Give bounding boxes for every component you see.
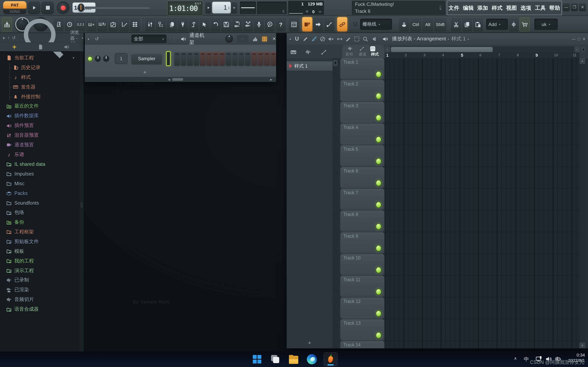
browser-item-23[interactable]: 演示工程: [0, 266, 80, 275]
browser-item-24[interactable]: 已录制: [0, 275, 80, 285]
step-button-15[interactable]: [264, 52, 270, 66]
pattern-scroll-handle[interactable]: [333, 60, 337, 66]
track-name[interactable]: Track 6: [343, 168, 358, 173]
select-tool-icon[interactable]: [354, 36, 360, 42]
playlist-grid[interactable]: [385, 58, 579, 348]
ime-indicator[interactable]: 中: [524, 356, 529, 363]
taskbar-clock[interactable]: 0:34: [577, 353, 585, 358]
copy-button[interactable]: [462, 17, 472, 32]
track-row-9[interactable]: Track 9...: [340, 232, 384, 253]
blend-notes-button[interactable]: [119, 17, 129, 32]
tab-audio-icon[interactable]: [348, 46, 353, 51]
track-options[interactable]: ...: [343, 96, 348, 100]
step-button-3[interactable]: [187, 52, 193, 66]
track-name[interactable]: Track 5: [343, 147, 358, 151]
track-row-8[interactable]: Track 8...: [340, 210, 384, 232]
tab-pattern-icon-selected[interactable]: [370, 46, 375, 51]
step-button-5[interactable]: [200, 52, 206, 66]
window-maximize-button[interactable]: ❐: [571, 3, 578, 11]
timeline-scroll-right-icon[interactable]: ›: [574, 46, 579, 52]
slice-tool-icon[interactable]: [345, 36, 351, 42]
browser-item-18[interactable]: 备份: [0, 217, 80, 227]
browser-item-13[interactable]: Impulses: [0, 169, 80, 179]
snap-grid-dropdown[interactable]: 栅格线▸: [360, 19, 392, 30]
paint-tool-icon[interactable]: [311, 36, 317, 42]
rack-swing-selector[interactable]: ⋯: [237, 35, 249, 43]
track-row-14[interactable]: Track 14...: [340, 341, 384, 348]
edison-cut-button[interactable]: [243, 17, 253, 32]
rack-scroll-right-icon[interactable]: ►: [269, 77, 273, 81]
track-row-2[interactable]: Track 2...: [340, 80, 384, 101]
track-enable-led[interactable]: [376, 267, 381, 273]
browser-item-4[interactable]: 发生器: [0, 82, 80, 92]
browser-resize-handle[interactable]: [80, 202, 83, 207]
step-button-9[interactable]: [225, 52, 231, 66]
menu-item-7[interactable]: 工具: [535, 4, 546, 11]
track-name[interactable]: Track 10: [343, 256, 361, 260]
browser-item-19[interactable]: 工程框架: [0, 227, 80, 237]
track-name[interactable]: Track 3: [343, 103, 358, 108]
mixer-button[interactable]: [145, 17, 155, 32]
pencil-tool-icon[interactable]: [303, 36, 308, 42]
rack-graph-icon[interactable]: [252, 36, 258, 42]
menu-item-4[interactable]: 样式: [492, 4, 503, 11]
tab-smart-find-icon[interactable]: [12, 44, 17, 50]
mute-tool-icon[interactable]: [328, 36, 334, 42]
channel-volume-knob[interactable]: [103, 56, 109, 62]
rack-grid-icon[interactable]: [262, 36, 268, 42]
tab-sounds-icon[interactable]: [64, 44, 69, 50]
slip-tool-icon[interactable]: [337, 36, 343, 42]
playlist-snap-magnet-icon[interactable]: [294, 36, 300, 42]
menu-item-5[interactable]: 视图: [506, 4, 517, 11]
track-enable-led[interactable]: [376, 71, 381, 77]
playlist-close-icon[interactable]: ✕: [582, 37, 586, 41]
undo-button[interactable]: [210, 17, 221, 32]
browser-item-16[interactable]: Soundfonts: [0, 198, 80, 208]
master-pitch-slider[interactable]: [78, 5, 150, 10]
browser-item-15[interactable]: Packs: [0, 189, 80, 198]
countdown-button[interactable]: 3.2.1: [76, 17, 86, 32]
shift-key-button[interactable]: Shift: [434, 17, 446, 32]
save-button[interactable]: [221, 17, 231, 32]
ctrl-key-button[interactable]: Ctrl: [410, 17, 422, 32]
slide-notes-button[interactable]: [324, 17, 334, 32]
track-enable-led[interactable]: [376, 201, 381, 208]
step-button-14[interactable]: [258, 52, 263, 66]
channel-rack-window-button[interactable]: [302, 17, 312, 32]
track-name[interactable]: Track 11: [343, 277, 360, 282]
new-project-button[interactable]: [167, 17, 177, 32]
timeline-scroll-left-icon[interactable]: ‹: [385, 46, 390, 52]
one-click-recording-button[interactable]: [189, 17, 199, 32]
pitch-slider-knob[interactable]: [78, 3, 84, 12]
track-enable-led[interactable]: [376, 136, 381, 143]
track-name[interactable]: Track 14: [343, 342, 361, 347]
window-close-button[interactable]: ✕: [579, 3, 586, 11]
browser-item-9[interactable]: 混音器预置: [0, 131, 80, 140]
add-dropdown[interactable]: Add▸: [486, 19, 508, 30]
tab-channel-label[interactable]: 通道: [359, 52, 366, 57]
track-row-6[interactable]: Track 6...: [340, 167, 384, 188]
track-name[interactable]: Track 7: [343, 190, 358, 195]
language-dropdown[interactable]: uk▸: [534, 19, 558, 30]
track-enable-led[interactable]: [376, 310, 381, 317]
track-name[interactable]: Track 1: [343, 60, 358, 65]
track-enable-led[interactable]: [376, 93, 381, 99]
playlist-maximize-icon[interactable]: □: [578, 37, 580, 41]
tab-pattern-label[interactable]: 样式: [371, 52, 379, 57]
track-name[interactable]: Track 4: [343, 125, 358, 130]
track-name[interactable]: Track 12: [343, 299, 361, 304]
track-options[interactable]: ...: [343, 204, 348, 209]
track-row-13[interactable]: Track 13...: [340, 319, 384, 340]
alt-key-button[interactable]: Alt: [422, 17, 433, 32]
oscilloscope-panel[interactable]: [257, 1, 287, 14]
track-row-12[interactable]: Track 12...: [340, 298, 384, 319]
project-browser-button[interactable]: [156, 17, 166, 32]
tray-overflow-icon[interactable]: ∧: [514, 356, 517, 360]
browser-item-25[interactable]: 已渲染: [0, 285, 80, 295]
step-button-4[interactable]: [193, 52, 199, 66]
browser-item-7[interactable]: 插件数据库: [0, 111, 80, 121]
browser-item-1[interactable]: 当前工程▼: [0, 53, 80, 63]
track-options[interactable]: ...: [343, 117, 348, 122]
step-button-13[interactable]: [251, 52, 257, 66]
task-view-button[interactable]: [269, 353, 282, 366]
